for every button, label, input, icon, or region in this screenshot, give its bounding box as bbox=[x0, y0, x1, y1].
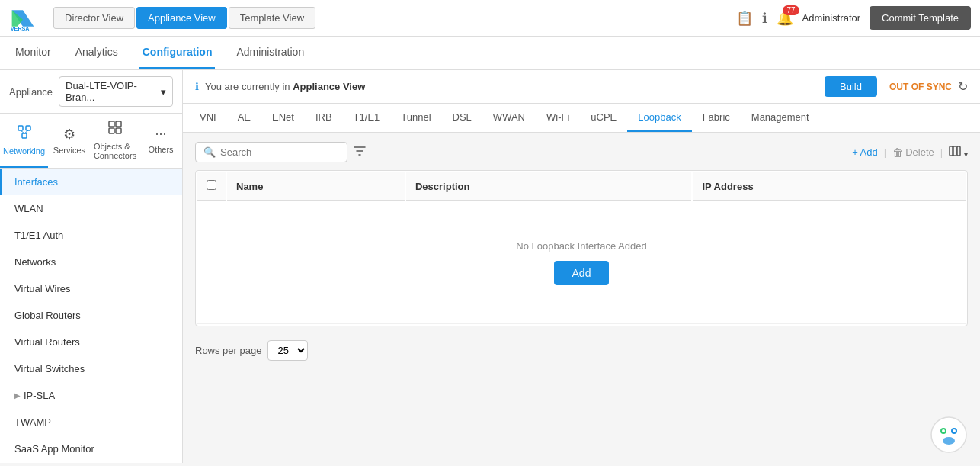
sidebar-item-saas-app-monitor[interactable]: SaaS App Monitor bbox=[0, 435, 182, 462]
svg-rect-6 bbox=[22, 133, 27, 138]
logo-area: VERSA NETWORKS bbox=[9, 5, 41, 32]
iface-tab-irb[interactable]: IRB bbox=[305, 104, 343, 132]
director-view-tab[interactable]: Director View bbox=[53, 7, 135, 29]
iface-tab-t1e1[interactable]: T1/E1 bbox=[343, 104, 391, 132]
services-icon: ⚙ bbox=[63, 126, 75, 143]
delete-button[interactable]: 🗑 Delete bbox=[892, 146, 934, 159]
sidebar-item-ip-sla[interactable]: ▶ IP-SLA bbox=[0, 382, 182, 409]
svg-rect-14 bbox=[953, 146, 956, 156]
svg-rect-11 bbox=[109, 128, 114, 133]
sidebar-item-interfaces[interactable]: Interfaces bbox=[0, 169, 182, 195]
template-view-tab[interactable]: Template View bbox=[229, 7, 315, 29]
others-icon: ··· bbox=[155, 126, 167, 142]
appliance-value: Dual-LTE-VOIP-Bran... bbox=[66, 80, 156, 103]
chevron-down-icon: ▾ bbox=[964, 150, 968, 159]
sidebar-item-wlan[interactable]: WLAN bbox=[0, 195, 182, 222]
interface-table: Name Description IP Address No Loopback … bbox=[195, 170, 968, 326]
category-networking[interactable]: Networking bbox=[0, 114, 48, 168]
empty-state-row: No Loopback Interface Added Add bbox=[197, 202, 966, 324]
category-services[interactable]: ⚙ Services bbox=[48, 114, 91, 168]
svg-point-16 bbox=[931, 417, 966, 452]
svg-text:VERSA: VERSA bbox=[11, 25, 30, 32]
tab-analytics[interactable]: Analytics bbox=[72, 37, 121, 69]
category-objects[interactable]: Objects & Connectors bbox=[91, 114, 139, 168]
table-header-row: Name Description IP Address bbox=[197, 172, 966, 201]
iface-tab-vni[interactable]: VNI bbox=[189, 104, 227, 132]
appliance-selector[interactable]: Dual-LTE-VOIP-Bran... ▾ bbox=[59, 76, 173, 107]
columns-button[interactable]: ▾ bbox=[949, 145, 968, 159]
select-all-col bbox=[197, 172, 226, 201]
sidebar-item-virtual-routers[interactable]: Virtual Routers bbox=[0, 329, 182, 355]
notification-bell[interactable]: 🔔 77 bbox=[777, 10, 793, 27]
info-message: You are currently in Appliance View bbox=[205, 81, 365, 92]
search-icon: 🔍 bbox=[203, 146, 216, 158]
col-ip-address: IP Address bbox=[693, 172, 966, 201]
appliance-view-tab[interactable]: Appliance View bbox=[136, 7, 227, 29]
notification-count: 77 bbox=[783, 5, 799, 15]
clipboard-icon[interactable]: 📋 bbox=[736, 10, 753, 27]
sidebar-item-virtual-switches[interactable]: Virtual Switches bbox=[0, 355, 182, 382]
iface-tab-wifi[interactable]: Wi-Fi bbox=[536, 104, 580, 132]
svg-point-20 bbox=[942, 429, 945, 432]
sidebar-item-global-routers[interactable]: Global Routers bbox=[0, 302, 182, 329]
empty-state: No Loopback Interface Added Add bbox=[207, 210, 956, 316]
rows-per-page-label: Rows per page bbox=[195, 345, 261, 356]
filter-icon[interactable] bbox=[354, 145, 366, 160]
objects-icon bbox=[107, 120, 123, 139]
appliance-bar: Appliance Dual-LTE-VOIP-Bran... ▾ bbox=[0, 70, 182, 114]
sidebar-item-virtual-wires[interactable]: Virtual Wires bbox=[0, 275, 182, 302]
iface-tab-management[interactable]: Management bbox=[741, 104, 820, 132]
tab-administration[interactable]: Administration bbox=[233, 37, 307, 69]
versa-logo: VERSA NETWORKS bbox=[9, 5, 37, 32]
appliance-label: Appliance bbox=[9, 86, 53, 98]
info-bar: ℹ You are currently in Appliance View Bu… bbox=[183, 70, 980, 104]
iface-tab-dsl[interactable]: DSL bbox=[442, 104, 482, 132]
empty-add-button[interactable]: Add bbox=[554, 261, 610, 285]
search-input[interactable] bbox=[220, 146, 339, 158]
add-button[interactable]: + Add bbox=[852, 146, 878, 158]
sidebar-item-twamp[interactable]: TWAMP bbox=[0, 409, 182, 435]
info-circle-icon: ℹ bbox=[195, 81, 199, 92]
iface-tab-wwan[interactable]: WWAN bbox=[482, 104, 536, 132]
svg-rect-12 bbox=[116, 128, 121, 133]
objects-label: Objects & Connectors bbox=[94, 142, 136, 160]
admin-menu[interactable]: Administrator bbox=[802, 12, 861, 24]
iface-tab-ucpe[interactable]: uCPE bbox=[580, 104, 627, 132]
trash-icon: 🗑 bbox=[892, 146, 903, 159]
iface-tab-ae[interactable]: AE bbox=[227, 104, 261, 132]
refresh-icon[interactable]: ↻ bbox=[958, 79, 968, 94]
svg-point-21 bbox=[953, 429, 956, 432]
networking-icon bbox=[17, 124, 32, 143]
info-icon[interactable]: ℹ bbox=[762, 10, 767, 27]
left-panel: Appliance Dual-LTE-VOIP-Bran... ▾ bbox=[0, 70, 183, 463]
nav-tabs: Monitor Analytics Configuration Administ… bbox=[0, 37, 980, 70]
view-tabs: Director View Appliance View Template Vi… bbox=[53, 7, 736, 29]
sidebar-item-networks[interactable]: Networks bbox=[0, 249, 182, 275]
tab-monitor[interactable]: Monitor bbox=[12, 37, 54, 69]
svg-rect-9 bbox=[109, 121, 114, 127]
category-row: Networking ⚙ Services Objects & Connecto… bbox=[0, 114, 182, 169]
left-nav: Interfaces WLAN T1/E1 Auth Networks Virt… bbox=[0, 169, 182, 463]
svg-rect-15 bbox=[957, 146, 960, 156]
svg-rect-13 bbox=[950, 146, 953, 156]
chatbot-button[interactable] bbox=[930, 416, 968, 454]
tab-configuration[interactable]: Configuration bbox=[139, 37, 216, 69]
commit-template-button[interactable]: Commit Template bbox=[870, 6, 971, 30]
rows-per-page-select[interactable]: 25 bbox=[267, 340, 308, 361]
build-button[interactable]: Build bbox=[825, 76, 877, 97]
table-area: 🔍 + Add | 🗑 Delete | bbox=[183, 133, 980, 463]
interface-tabs: VNI AE ENet IRB T1/E1 Tunnel DSL WWAN Wi… bbox=[183, 104, 980, 133]
category-others[interactable]: ··· Others bbox=[139, 114, 182, 168]
iface-tab-fabric[interactable]: Fabric bbox=[692, 104, 741, 132]
svg-rect-5 bbox=[26, 126, 30, 130]
sidebar-item-t1e1-auth[interactable]: T1/E1 Auth bbox=[0, 222, 182, 249]
chevron-right-icon: ▶ bbox=[14, 391, 21, 400]
chevron-down-icon: ▾ bbox=[161, 86, 166, 98]
select-all-checkbox[interactable] bbox=[207, 180, 216, 190]
top-right-icons: 📋 ℹ 🔔 77 Administrator Commit Template bbox=[736, 6, 971, 30]
iface-tab-tunnel[interactable]: Tunnel bbox=[390, 104, 441, 132]
iface-tab-enet[interactable]: ENet bbox=[261, 104, 305, 132]
search-action-row: 🔍 + Add | 🗑 Delete | bbox=[195, 142, 968, 162]
col-description: Description bbox=[406, 172, 691, 201]
iface-tab-loopback[interactable]: Loopback bbox=[627, 104, 691, 132]
